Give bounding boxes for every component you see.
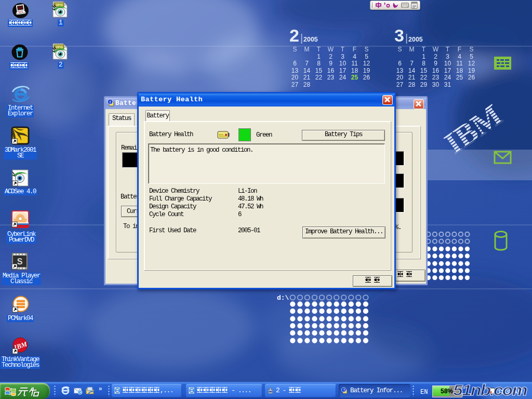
- svg-text:6: 6: [293, 60, 297, 67]
- svg-text:T: T: [446, 46, 450, 53]
- svg-text:14: 14: [303, 67, 311, 74]
- svg-text:5: 5: [470, 53, 473, 60]
- svg-text:15: 15: [315, 67, 323, 74]
- svg-text:10: 10: [339, 60, 347, 67]
- svg-text:3: 3: [341, 53, 344, 60]
- svg-text:S: S: [364, 46, 368, 53]
- svg-text:8: 8: [317, 60, 321, 67]
- svg-text:17: 17: [339, 67, 347, 74]
- svg-text:!: !: [110, 100, 111, 104]
- svg-text:29: 29: [420, 81, 428, 88]
- svg-text:27: 27: [291, 81, 299, 88]
- svg-text:15: 15: [420, 67, 428, 74]
- svg-text:6: 6: [398, 60, 402, 67]
- svg-text:1: 1: [317, 53, 321, 60]
- svg-text:14: 14: [408, 67, 416, 74]
- svg-text:19: 19: [468, 67, 475, 74]
- svg-text:S: S: [469, 46, 473, 53]
- svg-text:9: 9: [329, 60, 332, 67]
- svg-text:24: 24: [444, 74, 451, 81]
- svg-text:12: 12: [468, 60, 475, 67]
- svg-text:7: 7: [410, 60, 414, 67]
- svg-text:27: 27: [396, 81, 404, 88]
- svg-text:30: 30: [432, 81, 440, 88]
- svg-text:25: 25: [351, 74, 358, 81]
- svg-text:28: 28: [303, 81, 311, 88]
- svg-text:9: 9: [434, 60, 437, 67]
- svg-text:8: 8: [422, 60, 425, 67]
- svg-text:10: 10: [444, 60, 451, 67]
- svg-text:2005: 2005: [408, 36, 423, 43]
- svg-text:7: 7: [305, 60, 309, 67]
- svg-text:S: S: [292, 46, 297, 53]
- svg-text:|: |: [300, 32, 303, 44]
- svg-text:W: W: [433, 46, 439, 53]
- svg-text:W: W: [328, 46, 334, 53]
- svg-text:F: F: [458, 46, 461, 53]
- svg-text:2: 2: [329, 53, 332, 60]
- svg-text:26: 26: [363, 74, 370, 81]
- svg-text:28: 28: [408, 81, 416, 88]
- svg-text:19: 19: [363, 67, 370, 74]
- svg-text:17: 17: [444, 67, 451, 74]
- svg-text:22: 22: [315, 74, 323, 81]
- svg-text:11: 11: [456, 60, 463, 67]
- svg-text:|: |: [405, 32, 408, 44]
- svg-text:24: 24: [339, 74, 347, 81]
- svg-text:21: 21: [303, 74, 311, 81]
- svg-text:T: T: [422, 46, 426, 53]
- svg-text:2: 2: [289, 25, 299, 45]
- svg-text:M: M: [304, 46, 310, 53]
- svg-text:4: 4: [353, 53, 356, 60]
- svg-text:12: 12: [363, 60, 370, 67]
- svg-text:T: T: [341, 46, 345, 53]
- svg-text:22: 22: [420, 74, 428, 81]
- svg-text:16: 16: [327, 67, 335, 74]
- svg-text:25: 25: [456, 74, 463, 81]
- svg-text:31: 31: [444, 81, 451, 88]
- svg-text:18: 18: [456, 67, 463, 74]
- svg-text:21: 21: [408, 74, 416, 81]
- svg-text:16: 16: [432, 67, 440, 74]
- svg-text:4: 4: [458, 53, 461, 60]
- svg-text:5: 5: [365, 53, 368, 60]
- svg-text:F: F: [353, 46, 356, 53]
- svg-text:26: 26: [468, 74, 475, 81]
- svg-text:23: 23: [432, 74, 440, 81]
- svg-text:!: !: [343, 388, 344, 392]
- svg-text:11: 11: [351, 60, 358, 67]
- svg-text:2: 2: [434, 53, 437, 60]
- svg-text:18: 18: [351, 67, 358, 74]
- svg-text:20: 20: [291, 74, 299, 81]
- svg-text:S: S: [17, 257, 23, 266]
- svg-text:1: 1: [422, 53, 425, 60]
- svg-text:d:\: d:\: [277, 294, 289, 302]
- svg-text:3: 3: [394, 25, 404, 45]
- svg-text:T: T: [317, 46, 321, 53]
- svg-text:M: M: [409, 46, 415, 53]
- svg-text:13: 13: [291, 67, 299, 74]
- svg-text:3: 3: [446, 53, 449, 60]
- svg-text:2005: 2005: [303, 36, 318, 43]
- svg-text:13: 13: [396, 67, 404, 74]
- svg-text:20: 20: [396, 74, 404, 81]
- svg-text:23: 23: [327, 74, 335, 81]
- svg-text:S: S: [397, 46, 402, 53]
